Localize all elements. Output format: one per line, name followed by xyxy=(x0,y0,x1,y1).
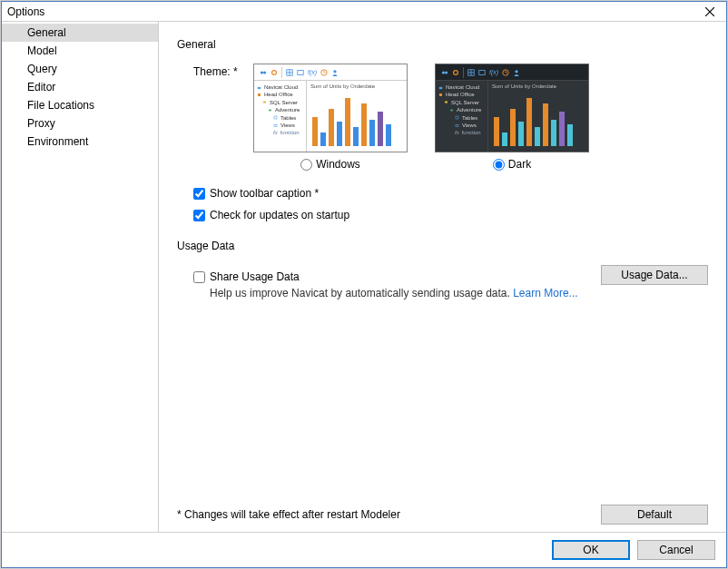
tables-icon xyxy=(273,115,278,120)
preview-chart-dark xyxy=(488,91,588,152)
options-dialog: Options General Model Query Editor File … xyxy=(1,1,727,568)
svg-point-20 xyxy=(445,71,448,74)
svg-rect-17 xyxy=(274,116,277,119)
clock-icon xyxy=(502,69,509,76)
usage-help-text: Help us improve Navicat by automatically… xyxy=(210,287,601,299)
default-button[interactable]: Default xyxy=(601,505,708,525)
sidebar: General Model Query Editor File Location… xyxy=(2,22,159,532)
svg-rect-8 xyxy=(298,70,303,74)
connect-icon xyxy=(441,69,448,76)
building-icon xyxy=(257,93,261,97)
svg-point-13 xyxy=(258,86,261,89)
sidebar-item-environment[interactable]: Environment xyxy=(2,132,158,151)
cloud-icon xyxy=(257,85,261,90)
dialog-footer: OK Cancel xyxy=(2,532,726,567)
show-toolbar-caption-row[interactable]: Show toolbar caption * xyxy=(193,187,708,200)
svg-point-30 xyxy=(439,86,443,89)
fx-icon: f(x) xyxy=(489,69,498,75)
svg-rect-18 xyxy=(274,124,277,126)
connect-icon xyxy=(260,69,267,76)
theme-preview-light: f(x) Navicat Cloud Head Office SQL Serve… xyxy=(253,64,408,152)
close-icon xyxy=(705,7,714,16)
sidebar-item-file-locations[interactable]: File Locations xyxy=(2,96,158,114)
section-usage-title: Usage Data xyxy=(177,240,708,252)
svg-rect-34 xyxy=(456,116,458,119)
tables-icon xyxy=(455,115,459,120)
svg-rect-14 xyxy=(258,93,261,96)
close-button[interactable] xyxy=(697,4,723,20)
show-toolbar-caption-label: Show toolbar caption * xyxy=(210,187,319,200)
check-updates-label: Check for updates on startup xyxy=(210,209,349,221)
grid-icon xyxy=(297,69,304,76)
check-updates-row[interactable]: Check for updates on startup xyxy=(193,209,708,221)
theme-option-windows[interactable]: f(x) Navicat Cloud Head Office SQL Serve… xyxy=(253,64,408,171)
svg-rect-25 xyxy=(479,70,485,74)
database-icon xyxy=(449,108,454,113)
fx-icon: f(x) xyxy=(308,69,317,75)
theme-preview-dark: f(x) Navicat Cloud Head Office SQL Serve… xyxy=(435,64,589,152)
share-usage-row[interactable]: Share Usage Data xyxy=(193,270,601,283)
database-icon xyxy=(268,108,272,113)
svg-rect-15 xyxy=(263,102,266,103)
user-icon xyxy=(513,69,520,76)
views-icon xyxy=(455,123,459,128)
theme-option-dark[interactable]: f(x) Navicat Cloud Head Office SQL Serve… xyxy=(435,64,589,171)
fx-small-icon: fx xyxy=(455,129,459,136)
clock-icon xyxy=(320,69,328,76)
section-general-title: General xyxy=(177,38,708,51)
usage-data-button[interactable]: Usage Data... xyxy=(601,265,708,285)
svg-point-19 xyxy=(442,71,445,74)
views-icon xyxy=(273,123,278,128)
svg-point-12 xyxy=(334,70,337,73)
svg-rect-35 xyxy=(456,124,458,126)
building-icon xyxy=(438,93,443,97)
svg-point-33 xyxy=(450,109,453,111)
svg-point-29 xyxy=(516,70,518,73)
svg-point-21 xyxy=(454,70,458,74)
svg-point-3 xyxy=(263,71,266,74)
cloud-icon xyxy=(438,85,443,90)
restart-note: * Changes will take effect after restart… xyxy=(177,508,400,521)
server-icon xyxy=(444,100,448,104)
sidebar-item-query[interactable]: Query xyxy=(2,60,158,78)
window-title: Options xyxy=(7,5,697,18)
cancel-button[interactable]: Cancel xyxy=(637,540,715,560)
theme-radio-dark[interactable] xyxy=(493,159,505,171)
svg-point-4 xyxy=(272,70,277,74)
theme-radio-windows-label: Windows xyxy=(316,158,360,171)
table-icon xyxy=(286,69,293,76)
svg-rect-31 xyxy=(439,93,442,96)
table-icon xyxy=(467,69,475,76)
theme-radio-windows[interactable] xyxy=(300,159,312,171)
theme-row: Theme: * f(x) xyxy=(193,64,708,171)
share-usage-label: Share Usage Data xyxy=(210,270,300,283)
server-icon xyxy=(262,100,267,104)
sidebar-item-general[interactable]: General xyxy=(2,24,158,42)
gear-icon xyxy=(271,69,278,76)
sidebar-item-model[interactable]: Model xyxy=(2,42,158,60)
theme-radio-dark-label: Dark xyxy=(508,158,531,171)
share-usage-checkbox[interactable] xyxy=(193,271,205,283)
svg-rect-32 xyxy=(445,102,448,103)
user-icon xyxy=(331,69,339,76)
theme-label: Theme: * xyxy=(193,64,253,78)
gear-icon xyxy=(452,69,459,76)
check-updates-checkbox[interactable] xyxy=(193,210,205,221)
svg-point-2 xyxy=(261,71,263,74)
learn-more-link[interactable]: Learn More... xyxy=(513,287,577,299)
titlebar: Options xyxy=(2,2,726,22)
main-panel: General Theme: * f(x) xyxy=(159,22,726,532)
svg-point-16 xyxy=(269,109,271,111)
show-toolbar-caption-checkbox[interactable] xyxy=(193,188,205,200)
sidebar-item-proxy[interactable]: Proxy xyxy=(2,114,158,132)
ok-button[interactable]: OK xyxy=(552,540,630,560)
sidebar-item-editor[interactable]: Editor xyxy=(2,78,158,96)
grid-icon xyxy=(478,69,486,76)
fx-small-icon: fx xyxy=(273,129,278,136)
preview-chart-light xyxy=(307,91,407,152)
